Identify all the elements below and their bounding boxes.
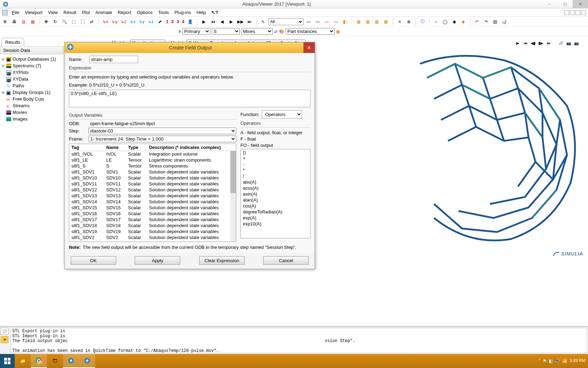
table-row[interactable]: s8f1_SDV10SDV10ScalarSolution dependent … <box>69 175 236 181</box>
tray-up-icon[interactable]: ˄ <box>539 359 541 363</box>
tray-app-icon[interactable]: ◧ <box>549 359 553 363</box>
next-icon[interactable]: ▶ <box>227 18 235 26</box>
sync-icon[interactable]: ⇄ <box>274 29 278 34</box>
taskbar-abaqus2-icon[interactable] <box>79 354 95 368</box>
start-button[interactable] <box>0 354 15 368</box>
taskbar-clock[interactable]: 3:49 PM <box>569 359 585 363</box>
cancel-button[interactable]: Cancel <box>263 256 309 265</box>
ff-icon[interactable]: ▶▶ <box>237 18 244 26</box>
wire1-icon[interactable]: ▦ <box>355 18 363 26</box>
taskbar-app1-icon[interactable]: 🗔 <box>47 354 63 368</box>
tree-images[interactable]: ▭Images <box>0 116 63 122</box>
operator-item[interactable]: acos(A) <box>241 185 310 191</box>
operator-item[interactable]: / <box>241 173 310 179</box>
table-row[interactable]: s8f1_SDV13SDV13ScalarSolution dependent … <box>69 193 236 199</box>
circle2-icon[interactable]: ◯ <box>441 18 449 26</box>
table-row[interactable]: s8f1_SDV19SDV19ScalarSolution dependent … <box>69 229 236 234</box>
tree-paths[interactable]: └Paths <box>0 82 63 89</box>
menu-file[interactable]: File <box>9 10 22 15</box>
layout-icon-1[interactable] <box>564 10 569 15</box>
console-prompt-icon[interactable]: ≫ <box>1 336 8 343</box>
fit-icon[interactable]: ⛶ <box>79 18 86 26</box>
books2-icon[interactable]: ▦ <box>29 18 36 26</box>
menu-result[interactable]: Result <box>61 10 79 15</box>
name-input[interactable] <box>89 56 138 63</box>
axis-z2-icon[interactable]: ↳z <box>147 18 155 26</box>
tree-movies[interactable]: ▬Movies <box>0 109 63 116</box>
table-row[interactable]: s8f1_SDV2SDV2ScalarSolution dependent st… <box>69 234 236 240</box>
cursor-icon[interactable]: ↖ <box>259 18 267 26</box>
table-row[interactable]: s8f1_SDV16SDV16ScalarSolution dependent … <box>69 211 236 217</box>
tray-flag-icon[interactable]: ⚑ <box>543 359 547 363</box>
cube-icon[interactable]: ▣ <box>336 29 340 34</box>
operator-item[interactable]: cos(A) <box>241 203 310 209</box>
dialog-close-button[interactable]: ✕ <box>303 42 315 53</box>
list1-icon[interactable]: ≡ <box>396 18 404 26</box>
tree-free-body-cuts[interactable]: ✂Free Body Cuts <box>0 96 63 102</box>
taskbar-abaqus1-icon[interactable] <box>63 354 79 368</box>
box-icon[interactable]: ◧ <box>341 18 349 26</box>
books-icon[interactable]: ▥ <box>20 18 27 26</box>
table-row[interactable]: s8f1_SDV18SDV18ScalarSolution dependent … <box>69 223 236 229</box>
apply-button[interactable]: Apply <box>135 256 180 265</box>
table-row[interactable]: s8f1_SDV17SDV17ScalarSolution dependent … <box>69 217 236 223</box>
table-row[interactable]: s8f1_SDV15SDV15ScalarSolution dependent … <box>69 205 236 211</box>
operator-item[interactable]: () <box>241 149 310 155</box>
first-icon[interactable]: ⏮ <box>209 18 217 26</box>
variables-table[interactable]: Tag Name Type Description (* indicates c… <box>69 144 236 242</box>
taskbar-chrome-icon[interactable] <box>31 354 47 368</box>
menu-plugins[interactable]: Plug-ins <box>172 10 194 15</box>
taskbar-explorer-icon[interactable]: 📁 <box>15 354 31 368</box>
layout-icon-4[interactable] <box>581 10 586 15</box>
close-button[interactable]: ✕ <box>573 0 588 8</box>
wire2-icon[interactable]: ▦ <box>364 18 372 26</box>
color-icon[interactable]: 🎨 <box>279 29 284 34</box>
prev-icon[interactable]: ◀ <box>218 18 226 26</box>
tree-streams[interactable]: ≈Streams <box>0 102 63 109</box>
operator-item[interactable]: + <box>241 155 310 161</box>
new-icon[interactable]: 🗎 <box>1 18 9 26</box>
ok-button[interactable]: OK <box>71 256 116 265</box>
table-row[interactable]: s8f1_SDV11SDV11ScalarSolution dependent … <box>69 181 236 187</box>
function-combo[interactable]: Operators <box>262 110 302 118</box>
table-row[interactable]: s8f1_SDV1SDV1ScalarSolution dependent st… <box>69 169 236 175</box>
app-menu-icon[interactable] <box>2 10 8 15</box>
maximize-button[interactable]: ▢ <box>557 0 573 8</box>
table-row[interactable]: s8f1_SDV20SDV20ScalarSolution dependent … <box>69 240 236 242</box>
operator-item[interactable]: degreeToRadian(A) <box>241 209 310 215</box>
axis-x-icon[interactable]: ↳x <box>102 18 109 26</box>
minimize-button[interactable]: ─ <box>542 0 557 8</box>
tree-display-groups[interactable]: ⊞▣Display Groups (1) <box>0 89 63 96</box>
menu-plot[interactable]: Plot <box>79 10 92 15</box>
sel3-icon[interactable]: ▭ <box>323 18 331 26</box>
sel4-icon[interactable]: ▭ <box>332 18 340 26</box>
operator-item[interactable]: * <box>241 167 310 173</box>
wire3-icon[interactable]: ▦ <box>373 18 381 26</box>
operator-item[interactable]: - <box>241 161 310 167</box>
step-combo[interactable]: diastole-03 <box>89 128 236 134</box>
layout-icon-2[interactable] <box>570 10 575 15</box>
operator-item[interactable]: exp(A) <box>241 215 310 221</box>
menu-report[interactable]: Report <box>115 10 134 15</box>
selection-combo[interactable]: All <box>268 18 303 25</box>
menu-tools[interactable]: Tools <box>155 10 172 15</box>
invariant-combo[interactable]: Mises <box>241 28 273 35</box>
last-icon[interactable]: ⏭ <box>246 18 253 26</box>
view-2[interactable]: 2 <box>170 19 174 24</box>
console-msg-icon[interactable]: 💬 <box>1 328 8 335</box>
help-context-icon[interactable]: ↖? <box>209 10 221 15</box>
redo-icon[interactable]: ↷ <box>482 18 490 26</box>
table-row[interactable]: s8f1_IVOLIVOLScalarIntegration point vol… <box>69 151 236 157</box>
triad-icon[interactable]: ⬈ <box>156 18 164 26</box>
tab-results[interactable]: Results <box>1 38 24 46</box>
info-icon[interactable]: ⓘ <box>419 18 426 26</box>
circle3-icon[interactable]: ◉ <box>450 18 458 26</box>
wire4-icon[interactable]: ▦ <box>382 18 390 26</box>
menu-options[interactable]: Options <box>134 10 155 15</box>
menu-view[interactable]: View <box>45 10 61 15</box>
print-icon[interactable]: 🖶 <box>10 18 18 26</box>
operator-item[interactable]: asin(A) <box>241 191 310 197</box>
pan-icon[interactable]: ✥ <box>42 18 50 26</box>
axis-y-icon[interactable]: ↳y <box>111 18 118 26</box>
operator-item[interactable]: exp10(A) <box>241 221 310 227</box>
